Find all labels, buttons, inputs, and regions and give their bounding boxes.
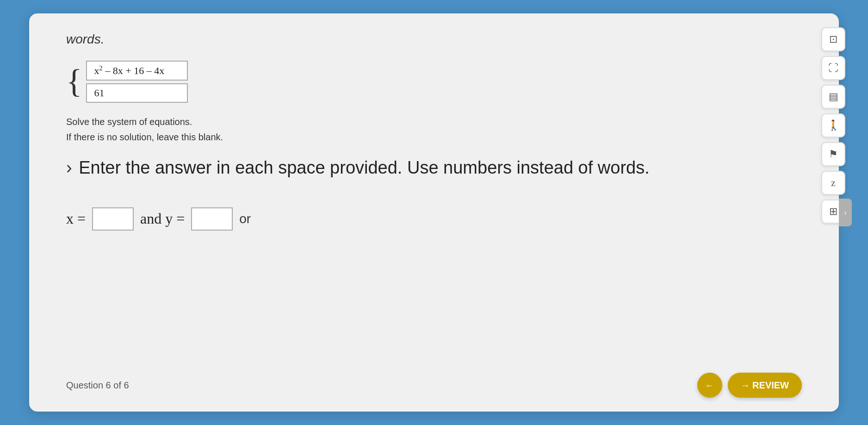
sidebar-btn-2[interactable]: ⛶ xyxy=(821,56,845,80)
sidebar-btn-3[interactable]: ▤ xyxy=(821,85,845,109)
x-input[interactable] xyxy=(92,207,134,231)
equation-line-1: x2 – 8x + 16 – 4x xyxy=(86,61,188,81)
question-counter: Question 6 of 6 xyxy=(66,380,129,391)
sidebar-btn-4[interactable]: 🚶 xyxy=(821,113,845,138)
answer-row: x = and y = or xyxy=(66,207,802,231)
brace-symbol: { xyxy=(66,61,82,103)
x-label: x = xyxy=(66,210,86,227)
footer: Question 6 of 6 ← → REVIEW xyxy=(66,373,802,398)
y-input[interactable] xyxy=(191,207,233,231)
brace-container: { x2 – 8x + 16 – 4x 61 xyxy=(66,61,802,103)
equation-line-2: 61 xyxy=(86,83,188,103)
main-card: words. { x2 – 8x + 16 – 4x 61 Solve the … xyxy=(29,13,839,412)
prompt-body: Enter the answer in each space provided.… xyxy=(79,158,650,177)
nav-buttons: ← → REVIEW xyxy=(697,373,802,398)
collapse-arrow-button[interactable]: › xyxy=(839,199,852,226)
review-button[interactable]: → REVIEW xyxy=(728,373,802,398)
collapse-arrow-icon: › xyxy=(844,208,847,218)
instruction-line-1: Solve the system of equations. xyxy=(66,117,802,127)
equation-box: { x2 – 8x + 16 – 4x 61 xyxy=(66,61,802,103)
sidebar-btn-6[interactable]: z xyxy=(821,171,845,195)
partial-header-text: words. xyxy=(66,32,802,47)
prompt-text: › Enter the answer in each space provide… xyxy=(66,156,802,179)
equations-list: x2 – 8x + 16 – 4x 61 xyxy=(86,61,188,103)
sidebar-btn-5[interactable]: ⚑ xyxy=(821,142,845,166)
chevron-icon: › xyxy=(66,158,72,177)
and-y-label: and y = xyxy=(140,210,185,227)
sidebar-btn-1[interactable]: ⊡ xyxy=(821,27,845,51)
sidebar: ⊡ ⛶ ▤ 🚶 ⚑ z ⊞ xyxy=(821,27,845,224)
instruction-line-2: If there is no solution, leave this blan… xyxy=(66,132,802,143)
back-button[interactable]: ← xyxy=(697,373,722,398)
or-label: or xyxy=(239,212,251,226)
